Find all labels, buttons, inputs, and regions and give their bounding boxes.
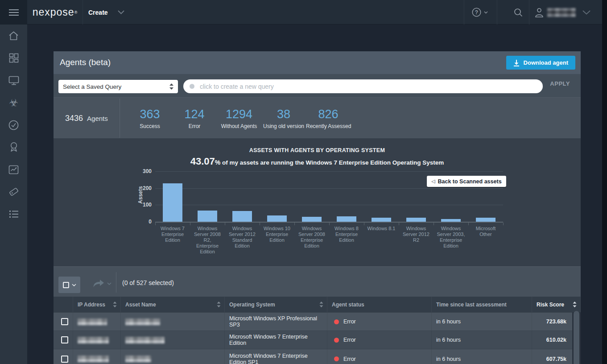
- select-all-checkbox[interactable]: [63, 282, 69, 288]
- user-name-redacted: [547, 8, 576, 17]
- download-agent-button[interactable]: Download agent: [506, 56, 575, 70]
- back-to-scanned-assets-button[interactable]: ◁ Back to Scanned assets: [427, 176, 506, 187]
- x-tick: [329, 223, 330, 225]
- bar-windows-server-2008-r2-enterprise-edition[interactable]: [198, 211, 217, 222]
- sort-arrows-icon[interactable]: [217, 302, 221, 307]
- x-category-label: Windows 7 Enterprise Edition: [153, 226, 192, 243]
- window-edge-strip: [602, 0, 607, 364]
- column-header-operating-system[interactable]: Operating System: [225, 297, 327, 312]
- apply-button[interactable]: APPLY: [550, 80, 570, 87]
- stats-divider: [120, 99, 120, 138]
- agent-status-value: Error: [343, 337, 356, 343]
- table-scrollbar-thumb[interactable]: [574, 311, 579, 364]
- stat-error[interactable]: 124Error: [172, 108, 217, 129]
- agent-status-value: Error: [343, 318, 356, 325]
- monitor-icon: [8, 76, 19, 85]
- stats-list: 363Success124Error1294Without Agents38Us…: [128, 98, 351, 139]
- column-label: Asset Name: [125, 302, 156, 308]
- sidebar-item-home[interactable]: [0, 26, 27, 46]
- x-tick: [503, 223, 504, 225]
- chevron-down-icon: [118, 10, 124, 14]
- status-dot-icon: [334, 338, 339, 343]
- query-builder-field[interactable]: [183, 79, 543, 93]
- saved-query-select[interactable]: Select a Saved Query: [58, 80, 178, 93]
- column-header-time-since-last-assessment: Time since last assessment: [432, 297, 532, 312]
- row-checkbox[interactable]: [61, 318, 68, 325]
- back-button-label: Back to Scanned assets: [438, 178, 501, 185]
- stat-using-old-version[interactable]: 38Using old version: [261, 108, 306, 129]
- status-dot-icon: [334, 356, 339, 361]
- query-input[interactable]: [200, 83, 537, 90]
- bar-windows-8-1[interactable]: [372, 218, 391, 222]
- column-header-risk-score[interactable]: Risk Score: [532, 297, 581, 312]
- help-icon: ?: [472, 8, 481, 17]
- chevron-down-icon: [107, 282, 111, 285]
- topbar-divider: [464, 0, 464, 25]
- stat-without-agents[interactable]: 1294Without Agents: [217, 108, 261, 129]
- create-label: Create: [88, 9, 108, 16]
- sidebar-item-assets[interactable]: [0, 70, 27, 90]
- column-header-asset-name[interactable]: Asset Name: [121, 297, 225, 312]
- bar-windows-server-2008-enterprise-edition[interactable]: [302, 217, 322, 222]
- x-category-label: Windows 10 Enterprise Edition: [258, 226, 296, 243]
- risk-score-value: 607.75k: [537, 356, 576, 362]
- topbar-divider: [529, 0, 529, 25]
- x-category-label: Windows 8.1: [362, 226, 401, 232]
- risk-score-value: 610.02k: [537, 337, 576, 343]
- bar-microsoft-other[interactable]: [476, 218, 496, 222]
- help-menu-button[interactable]: ?: [472, 0, 488, 25]
- sidebar-item-vulnerabilities[interactable]: ☣: [0, 93, 27, 112]
- stat-value: 38: [261, 108, 306, 121]
- x-category-label: Windows Server 2012 Standard Edition: [223, 226, 261, 249]
- hamburger-menu-button[interactable]: [0, 0, 27, 25]
- bar-windows-server-2003-enterprise-edition[interactable]: [441, 219, 461, 222]
- stat-label: Without Agents: [217, 123, 261, 129]
- total-agents: 3436 Agents: [65, 98, 108, 139]
- sidebar-item-tags[interactable]: [0, 182, 27, 202]
- biohazard-icon: ☣: [9, 98, 18, 108]
- select-all-dropdown-button[interactable]: [58, 277, 80, 293]
- x-category-label: Windows Server 2008 R2, Enterprise Editi…: [188, 226, 227, 255]
- create-menu-button[interactable]: Create: [88, 0, 124, 25]
- ip-address-redacted: [78, 356, 109, 362]
- table-row[interactable]: Microsoft Windows 7 Enterprise EditionEr…: [54, 331, 581, 349]
- table-row[interactable]: Microsoft Windows 7 Enterprise Edition S…: [54, 349, 581, 364]
- sort-arrows-icon[interactable]: [573, 302, 577, 307]
- ip-address-redacted: [78, 337, 109, 343]
- table-scrollbar-track[interactable]: [572, 312, 581, 364]
- stat-recently-assessed[interactable]: 826Recently Assessed: [306, 108, 351, 129]
- table-row[interactable]: Microsoft Windows XP Professional SP3Err…: [54, 312, 581, 331]
- user-account-menu[interactable]: [534, 0, 590, 25]
- column-label: Operating System: [229, 302, 275, 308]
- agent-summary-row: 3436 Agents 363Success124Error1294Withou…: [54, 97, 581, 138]
- column-label: Agent status: [332, 302, 364, 308]
- row-checkbox[interactable]: [61, 336, 68, 343]
- select-spinner-icon: [169, 83, 173, 90]
- bar-windows-10-enterprise-edition[interactable]: [267, 215, 287, 222]
- left-nav-sidebar: ☣: [0, 25, 27, 364]
- search-button[interactable]: [508, 0, 529, 25]
- y-tick-label: 100: [134, 202, 152, 208]
- sidebar-item-reports[interactable]: [0, 160, 27, 179]
- row-checkbox[interactable]: [61, 356, 68, 363]
- sort-arrows-icon[interactable]: [113, 302, 117, 307]
- column-header-ip-address[interactable]: IP Address: [73, 297, 121, 312]
- bar-windows-server-2012-standard-edition[interactable]: [232, 211, 252, 222]
- sidebar-item-administration[interactable]: [0, 204, 27, 224]
- chart-box-icon: [8, 165, 19, 174]
- stat-label: Using old version: [261, 123, 306, 129]
- bar-windows-8-enterprise-edition[interactable]: [337, 216, 356, 222]
- bar-windows-7-enterprise-edition[interactable]: [163, 183, 182, 222]
- asset-name-redacted: [125, 337, 165, 343]
- sidebar-item-goals[interactable]: [0, 137, 27, 157]
- total-agents-count: 3436: [65, 114, 83, 123]
- table-toolbar: (0 of 527 selected): [54, 266, 581, 297]
- sidebar-item-dashboards[interactable]: [0, 48, 27, 68]
- bulk-action-button[interactable]: [93, 279, 111, 288]
- bar-windows-server-2012-r2[interactable]: [406, 218, 426, 222]
- time-since-assessment-value: in 6 hours: [436, 337, 461, 343]
- stat-success[interactable]: 363Success: [128, 108, 172, 129]
- sidebar-item-policies[interactable]: [0, 115, 27, 135]
- sort-arrows-icon[interactable]: [319, 302, 323, 307]
- column-label: Risk Score: [537, 302, 564, 308]
